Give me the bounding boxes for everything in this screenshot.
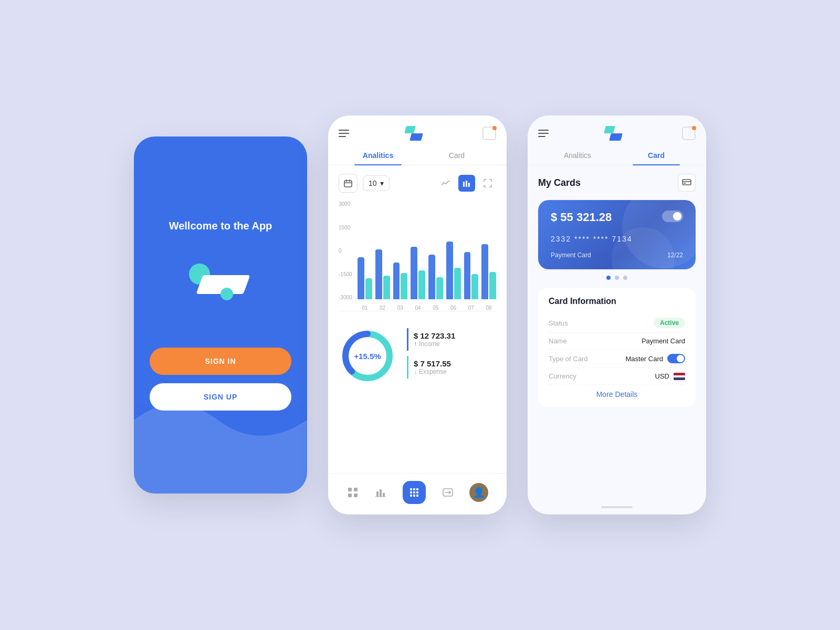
svg-rect-16 [383, 493, 385, 497]
expand-svg [484, 179, 492, 187]
svg-rect-20 [413, 491, 415, 494]
tab-card[interactable]: Card [417, 146, 496, 165]
nav-avatar[interactable]: 👤 [464, 481, 494, 504]
bar-cyan-6 [454, 268, 461, 299]
svg-rect-13 [354, 494, 358, 497]
svg-rect-6 [468, 183, 470, 187]
bar-group-1 [358, 257, 372, 299]
donut-chart: +15.5% [339, 327, 396, 385]
bar-group-7 [464, 252, 479, 299]
hamburger-icon[interactable] [339, 130, 349, 137]
bar-chart-svg [463, 180, 471, 187]
user-avatar[interactable]: 👤 [469, 483, 488, 502]
bottom-navigation: 👤 [328, 473, 507, 514]
card-list-icon [682, 179, 691, 186]
income-value: $ 12 723.31 [414, 331, 496, 340]
svg-rect-14 [376, 491, 379, 497]
chart-x-labels: 01 02 03 04 05 06 07 08 [358, 305, 496, 311]
x-label-02: 02 [375, 305, 390, 311]
bar-group-2 [375, 249, 390, 299]
phone-analytics: Analitics Card 10 ▾ [328, 116, 507, 514]
bar-cyan-2 [383, 276, 390, 299]
expense-label-text: Exspense [419, 368, 447, 375]
transfer-icon [442, 486, 454, 499]
card-type-label: Payment Card [551, 251, 591, 259]
card-expiry: 12/22 [667, 251, 683, 259]
card-bottom-row: Payment Card 12/22 [551, 251, 683, 259]
logo-shape1 [404, 126, 416, 133]
bar-cyan-8 [489, 272, 496, 299]
bottom-handle [601, 506, 633, 508]
cards-hamburger[interactable] [538, 130, 549, 137]
card-toggle[interactable] [662, 211, 683, 222]
grid-icon [346, 486, 359, 499]
nav-scan[interactable] [397, 479, 431, 506]
bar-blue-4 [411, 247, 417, 299]
nav-analytics[interactable] [369, 484, 392, 501]
phone-login: Wellcome to the App SIGN IN SIGN UP [134, 136, 307, 494]
bar-blue-3 [393, 262, 400, 299]
signin-button[interactable]: SIGN IN [150, 348, 291, 375]
card-info-box: Card Information Status Active Name Paym… [538, 288, 696, 407]
login-buttons: SIGN IN SIGN UP [150, 348, 291, 411]
calendar-button[interactable] [339, 174, 358, 193]
svg-rect-4 [463, 182, 465, 187]
cards-tab-analytics[interactable]: Analitics [538, 146, 617, 165]
dot-3 [623, 276, 627, 280]
type-value-row: Master Card [625, 354, 685, 363]
month-value: 10 [369, 179, 377, 187]
cards-tab-card[interactable]: Card [617, 146, 696, 165]
bar-chart-icon[interactable] [458, 175, 475, 192]
bar-chart: 3000 1500 0 -1500 -3000 [339, 201, 496, 311]
currency-value: USD [655, 372, 669, 380]
signup-button[interactable]: SIGN UP [150, 383, 291, 411]
expense-stat: $ 7 517.55 ↓ Exspense [407, 356, 496, 379]
login-logo [178, 264, 262, 306]
cards-notif-icon[interactable] [682, 127, 696, 140]
more-details-link[interactable]: More Details [549, 385, 685, 398]
login-title: Wellcome to the App [169, 220, 272, 232]
credit-card: $ 55 321.28 2332 **** **** 7134 Payment … [538, 200, 696, 269]
bar-cyan-1 [365, 278, 372, 299]
logo-shape1 [604, 126, 615, 133]
line-chart-icon[interactable] [437, 175, 454, 192]
scan-button[interactable] [403, 481, 426, 504]
svg-rect-21 [416, 488, 418, 490]
month-select[interactable]: 10 ▾ [363, 175, 390, 191]
svg-rect-0 [344, 181, 352, 187]
x-label-05: 05 [428, 305, 443, 311]
card-info-title: Card Information [549, 297, 685, 306]
bar-blue-5 [428, 255, 435, 299]
type-toggle[interactable] [667, 354, 685, 363]
nav-grid[interactable] [341, 484, 364, 501]
hamburger-line2 [339, 133, 349, 134]
expense-value: $ 7 517.55 [414, 359, 496, 368]
svg-rect-17 [410, 488, 412, 490]
bar-cyan-5 [436, 277, 443, 299]
income-stat: $ 12 723.31 ↑ Income [407, 328, 496, 351]
notification-dot [492, 126, 497, 130]
y-label-1500: 1500 [339, 225, 352, 230]
my-cards-title: My Cards [538, 177, 581, 188]
svg-rect-5 [466, 181, 467, 187]
income-arrow: ↑ [414, 340, 417, 348]
expense-arrow: ↓ [414, 368, 417, 375]
svg-rect-11 [354, 488, 358, 491]
cards-notif-dot [692, 126, 696, 130]
bar-blue-8 [481, 244, 488, 299]
name-value: Payment Card [642, 337, 685, 345]
analytics-header [328, 116, 507, 146]
bar-blue-1 [358, 257, 364, 299]
tab-analytics[interactable]: Analitics [339, 146, 417, 165]
nav-transfer[interactable] [436, 484, 459, 501]
bar-blue-2 [375, 249, 382, 299]
x-label-03: 03 [393, 305, 408, 311]
cards-tabs: Analitics Card [528, 146, 706, 165]
expand-icon[interactable] [479, 175, 496, 192]
bar-cyan-3 [401, 273, 407, 299]
notification-icon[interactable] [482, 127, 496, 140]
status-row: Status Active [549, 313, 685, 333]
chevron-down-icon: ▾ [380, 179, 384, 187]
x-label-07: 07 [464, 305, 479, 311]
add-card-button[interactable] [678, 174, 696, 192]
